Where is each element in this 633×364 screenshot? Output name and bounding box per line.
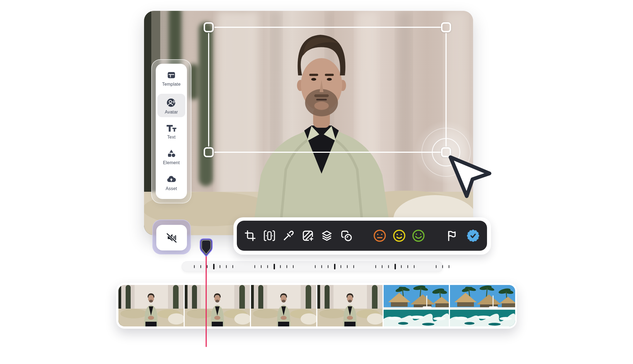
ruler-tick-minor: [261, 265, 262, 268]
ruler-tick-minor: [321, 265, 322, 268]
timeline-clip-presenter[interactable]: [185, 285, 250, 326]
mute-button-halo: [152, 220, 191, 254]
ruler-tick-minor: [293, 265, 294, 268]
selection-handle-bottom-left[interactable]: [204, 147, 214, 157]
sidebar-item-element[interactable]: Element: [156, 149, 187, 165]
eyedropper-icon[interactable]: [282, 229, 295, 242]
selection-edge-right: [445, 33, 447, 147]
resize-width-icon[interactable]: [263, 229, 276, 242]
ruler-tick-minor: [254, 265, 255, 268]
editor-stage: Template Avatar Text: [0, 0, 633, 364]
ruler-tick-minor: [353, 265, 354, 268]
ruler-tick-minor: [388, 265, 389, 268]
timeline-clip-beach[interactable]: [450, 285, 515, 326]
avatar-icon: [166, 98, 176, 108]
add-image-icon[interactable]: [301, 229, 315, 242]
tool-sidebar-card: Template Avatar Text: [156, 64, 187, 199]
timeline-clip-beach[interactable]: [384, 285, 449, 326]
crop-icon[interactable]: [244, 229, 257, 242]
face-grin-icon[interactable]: [412, 229, 425, 242]
sidebar-item-text[interactable]: Text: [156, 123, 187, 140]
ruler-tick-minor: [286, 265, 287, 268]
action-toolbar-card: [233, 217, 491, 255]
ruler-tick-major: [274, 264, 275, 269]
ruler-tick-minor: [328, 265, 328, 268]
selection-handle-bottom-right[interactable]: [441, 147, 451, 157]
timeline-clip-presenter[interactable]: [118, 285, 184, 326]
ruler-tick-minor: [407, 265, 408, 268]
ruler-tick-minor: [226, 265, 227, 268]
mute-button[interactable]: [156, 225, 187, 250]
ruler-tick-minor: [194, 265, 195, 268]
sidebar-item-label: Template: [162, 82, 181, 87]
text-icon: [166, 123, 177, 133]
selection-edge-left: [208, 33, 209, 147]
verified-badge-icon[interactable]: [466, 229, 480, 242]
asset-icon: [166, 175, 176, 184]
playhead-line: [206, 255, 207, 347]
ruler-tick-minor: [315, 265, 316, 268]
selection-handle-top-left[interactable]: [204, 22, 214, 32]
timeline-ruler[interactable]: [182, 261, 443, 272]
ruler-tick-minor: [442, 265, 443, 268]
ruler-tick-minor: [340, 265, 341, 268]
ruler-tick-minor: [347, 265, 348, 268]
ruler-tick-minor: [449, 265, 449, 268]
selection-edge-bottom: [214, 152, 442, 153]
ruler-tick-minor: [232, 265, 233, 268]
video-canvas[interactable]: [144, 11, 473, 235]
filmstrip-track: [116, 283, 517, 329]
sidebar-item-template[interactable]: Template: [156, 70, 187, 87]
ruler-tick-minor: [220, 265, 220, 268]
shapes-group-icon[interactable]: [340, 229, 353, 242]
speaker-muted-icon: [165, 231, 178, 244]
timeline-clip-presenter[interactable]: [251, 285, 316, 326]
ruler-tick-major: [334, 264, 335, 269]
playhead-marker[interactable]: [198, 238, 214, 260]
ruler-tick-minor: [280, 265, 281, 268]
ruler-tick-minor: [414, 265, 415, 268]
sidebar-item-label: Asset: [165, 186, 177, 191]
ruler-tick-major: [213, 264, 215, 269]
presenter-scene: [144, 11, 473, 235]
sidebar-item-avatar[interactable]: Avatar: [156, 98, 187, 115]
ruler-tick-minor: [401, 265, 402, 268]
tool-sidebar: Template Avatar Text: [151, 59, 191, 203]
element-icon: [166, 149, 176, 158]
face-neutral-icon[interactable]: [373, 229, 386, 242]
ruler-tick-major: [395, 264, 396, 269]
sidebar-item-asset[interactable]: Asset: [156, 175, 187, 191]
timeline-clip-presenter[interactable]: [317, 285, 383, 326]
flag-icon[interactable]: [445, 229, 459, 242]
sidebar-item-label: Avatar: [165, 110, 178, 115]
selection-edge-top: [214, 27, 442, 28]
template-icon: [167, 70, 176, 80]
ruler-tick-minor: [375, 265, 376, 268]
face-smile-icon[interactable]: [393, 229, 406, 242]
ruler-tick-minor: [200, 265, 201, 268]
action-toolbar: [237, 221, 487, 251]
sidebar-item-label: Text: [167, 135, 176, 140]
layers-icon[interactable]: [320, 229, 333, 242]
ruler-tick-minor: [436, 265, 437, 268]
ruler-tick-minor: [267, 265, 268, 268]
ruler-tick-minor: [207, 265, 208, 268]
sidebar-item-label: Element: [163, 160, 180, 165]
selection-handle-top-right[interactable]: [441, 22, 451, 32]
ruler-tick-minor: [382, 265, 383, 268]
